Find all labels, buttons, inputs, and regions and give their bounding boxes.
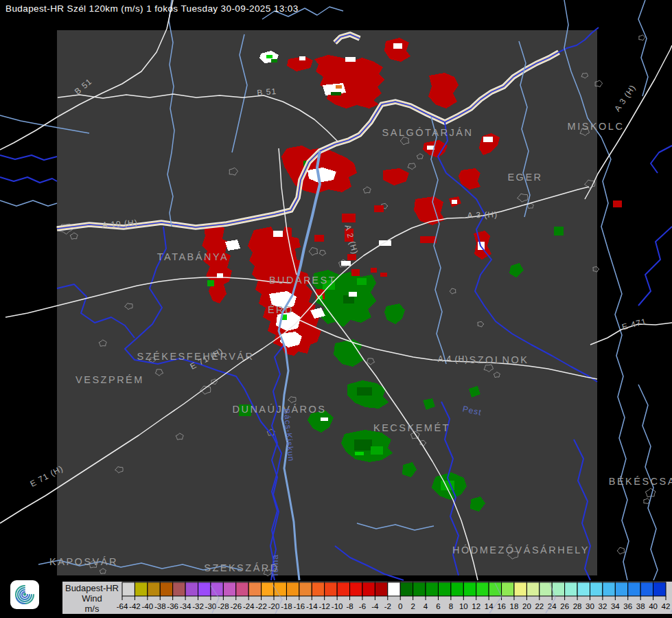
legend-cell <box>286 582 299 596</box>
echo-green2 <box>207 280 214 286</box>
legend-cell <box>248 582 261 596</box>
radar-logo-icon <box>10 580 39 609</box>
legend-tick-label: 28 <box>573 602 582 610</box>
legend-tick-label: -8 <box>346 602 353 610</box>
city-label: SALGÓTARJÁN <box>382 127 474 138</box>
legend-tick-label: -2 <box>384 602 391 610</box>
echo-white <box>452 200 457 204</box>
legend-cell <box>375 582 387 596</box>
echo-red <box>380 273 387 277</box>
legend-cell <box>640 582 653 596</box>
legend-tick-label: 30 <box>586 602 594 610</box>
city-label: EGER <box>507 172 542 183</box>
legend-tick-label: -12 <box>318 602 330 610</box>
echo-white <box>349 292 357 297</box>
legend-tick-label: -22 <box>255 602 267 610</box>
echo-green2 <box>371 446 383 455</box>
legend-tick-label: -42 <box>129 602 141 610</box>
legend-tick-label: 42 <box>662 602 671 610</box>
legend-cell <box>451 582 463 596</box>
echo-green2 <box>357 278 367 285</box>
legend-tick-label: 4 <box>424 602 428 610</box>
legend-tick-label: 34 <box>611 602 620 610</box>
legend-cell <box>160 582 172 596</box>
legend-tick-label: -24 <box>243 602 255 610</box>
legend-cell <box>388 582 400 596</box>
city-label: TATABÁNYA <box>157 251 229 262</box>
radar-map: SALGÓTARJÁNMISKOLCEGERTATABÁNYABUDAPESTÉ… <box>0 0 672 618</box>
legend-cell <box>350 582 362 596</box>
legend-cell <box>198 582 211 596</box>
echo-white <box>321 417 328 421</box>
road-label: A 3 (H) <box>467 209 498 220</box>
echo-red <box>420 236 437 243</box>
legend-tick-label: -64 <box>117 602 128 610</box>
legend-cell <box>413 582 426 596</box>
echo-white <box>273 231 283 237</box>
echo-red <box>371 268 377 273</box>
echo-green3 <box>357 387 372 396</box>
legend-cell <box>628 582 640 596</box>
legend-cell <box>173 582 185 596</box>
legend-tick-label: -4 <box>371 602 379 610</box>
legend-tick-label: -6 <box>359 602 366 610</box>
legend-cell <box>325 582 337 596</box>
city-label: SZOLNOK <box>470 354 529 365</box>
city-label: HÓDMEZŐVÁSÁRHELY <box>452 545 590 556</box>
legend-tick-label: -32 <box>192 602 204 610</box>
echo-white <box>345 57 356 62</box>
echo-bright <box>266 55 273 58</box>
echo-red <box>342 214 356 222</box>
echo-white <box>393 43 402 49</box>
echo-white <box>341 261 351 266</box>
city-label: DUNAÚJVÁROS <box>232 404 326 415</box>
legend-tick-label: 36 <box>623 602 632 610</box>
road-label: A 4 (H) <box>438 354 468 364</box>
legend-cell <box>400 582 413 596</box>
legend-cell <box>653 582 666 596</box>
legend-cell <box>299 582 312 596</box>
legend-tick-label: -30 <box>205 602 217 610</box>
legend-cell <box>603 582 615 596</box>
legend-tick-label: 22 <box>535 602 544 610</box>
county-label: Tolna <box>270 554 280 577</box>
legend-cell <box>362 582 375 596</box>
city-label: BÉKÉSCSABA <box>609 476 672 487</box>
echo-green3 <box>354 439 372 450</box>
legend-cell <box>312 582 324 596</box>
legend-tick-label: 32 <box>599 602 607 610</box>
city-label: KECSKEMÉT <box>373 422 450 433</box>
radar-app-window: SALGÓTARJÁNMISKOLCEGERTATABÁNYABUDAPESTÉ… <box>0 0 672 618</box>
city-label: VESZPRÉM <box>76 374 144 385</box>
legend-tick-label: -14 <box>306 602 318 610</box>
echo-green <box>554 227 564 236</box>
legend-tick-label: -26 <box>230 602 242 610</box>
city-label: BUDAPEST <box>269 275 336 286</box>
echo-red <box>374 205 384 212</box>
city-label: MISKOLC <box>568 121 625 132</box>
echo-green3 <box>331 92 341 95</box>
legend-tick-label: -28 <box>218 602 229 610</box>
legend-cell <box>526 582 539 596</box>
legend-tick-label: 12 <box>472 602 480 610</box>
city-label: KAPOSVÁR <box>49 556 118 567</box>
title-text: Budapest-HR Szél 120km (m/s) 1 fokos Tue… <box>5 3 299 14</box>
legend-tick-label: 6 <box>436 602 440 610</box>
legend-tick-label: -10 <box>332 602 343 610</box>
city-label: ÉRD <box>268 304 294 315</box>
legend-tick-label: 2 <box>410 602 415 610</box>
road-label: B 51 <box>257 87 277 98</box>
legend-cell <box>337 582 349 596</box>
legend-bar: Budapest-HR Wind m/s -64-42-40-38-36-34-… <box>62 582 672 614</box>
legend-cell <box>615 582 627 596</box>
legend-cell <box>426 582 438 596</box>
legend-cell <box>590 582 602 596</box>
legend-cell <box>122 582 135 596</box>
legend-tick-label: 20 <box>522 602 531 610</box>
legend-tick-label: 10 <box>459 602 468 610</box>
legend-cell <box>262 582 274 596</box>
city-label: SZEKSZÁRD <box>204 562 279 573</box>
legend-tick-label: -36 <box>167 602 178 610</box>
legend-tick-label: -38 <box>154 602 166 610</box>
legend-cell <box>565 582 577 596</box>
